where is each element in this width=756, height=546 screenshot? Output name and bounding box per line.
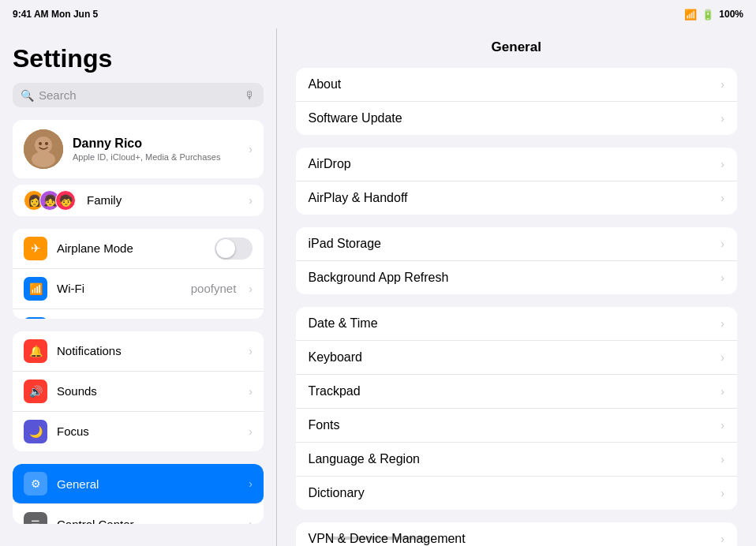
software-update-chevron: › [720, 112, 724, 125]
sidebar-item-notifications[interactable]: 🔔 Notifications › [13, 331, 264, 372]
notifications-label: Notifications [57, 344, 239, 357]
svg-point-4 [45, 142, 48, 145]
content-row-trackpad[interactable]: Trackpad › [296, 375, 738, 409]
svg-point-3 [39, 142, 42, 145]
background-app-refresh-chevron: › [720, 271, 724, 284]
airplane-mode-label: Airplane Mode [57, 241, 205, 255]
svg-point-1 [35, 136, 52, 154]
date-time-label: Date & Time [309, 316, 721, 331]
airplay-handoff-label: AirPlay & Handoff [309, 191, 721, 205]
storage-group: iPad Storage › Background App Refresh › [296, 227, 738, 294]
scroll-indicator [327, 537, 429, 540]
notifications-chevron: › [249, 345, 253, 357]
battery-icon: 🔋 [702, 9, 714, 21]
control-center-icon: ☰ [24, 512, 47, 524]
main-header: General [277, 28, 757, 62]
status-bar: 9:41 AM Mon Jun 5 📶 🔋 100% [0, 0, 756, 28]
alerts-group: 🔔 Notifications › 🔊 Sounds › 🌙 Focus › [13, 331, 264, 451]
sidebar-item-control-center[interactable]: ☰ Control Center › [13, 504, 264, 524]
family-avatar-3: 🧒 [55, 190, 76, 211]
profile-chevron: › [249, 143, 253, 155]
search-bar[interactable]: 🔍 Search 🎙 [13, 83, 264, 107]
general-icon: ⚙ [24, 472, 47, 496]
search-input[interactable]: Search [39, 88, 240, 102]
main-scroll[interactable]: About › Software Update › AirDrop › AirP… [277, 62, 757, 546]
fonts-label: Fonts [309, 418, 721, 432]
trackpad-chevron: › [720, 385, 724, 398]
family-avatars: 👩 👧 🧒 [24, 190, 71, 211]
content-row-about[interactable]: About › [296, 68, 738, 102]
family-row[interactable]: 👩 👧 🧒 Family › [13, 185, 264, 216]
fonts-chevron: › [720, 419, 724, 432]
sounds-label: Sounds [57, 384, 239, 398]
content-row-software-update[interactable]: Software Update › [296, 102, 738, 135]
content-row-keyboard[interactable]: Keyboard › [296, 341, 738, 375]
content-row-vpn[interactable]: VPN & Device Management › [296, 522, 738, 546]
content-row-fonts[interactable]: Fonts › [296, 409, 738, 443]
date-time-chevron: › [720, 317, 724, 330]
bluetooth-icon: B [24, 317, 47, 319]
profile-info: Danny Rico Apple ID, iCloud+, Media & Pu… [73, 136, 239, 162]
content-row-airplay-handoff[interactable]: AirPlay & Handoff › [296, 181, 738, 215]
sidebar-item-wifi[interactable]: 📶 Wi-Fi poofynet › [13, 269, 264, 309]
content-row-ipad-storage[interactable]: iPad Storage › [296, 227, 738, 261]
profile-card[interactable]: Danny Rico Apple ID, iCloud+, Media & Pu… [13, 120, 264, 178]
focus-icon: 🌙 [24, 420, 47, 443]
general-group: ⚙ General › ☰ Control Center › [13, 464, 264, 524]
software-update-label: Software Update [309, 111, 721, 125]
main-content: General About › Software Update › AirDro… [277, 28, 757, 546]
status-indicators: 📶 🔋 100% [684, 9, 743, 21]
avatar [24, 129, 63, 169]
sidebar-item-focus[interactable]: 🌙 Focus › [13, 412, 264, 451]
toggle-knob [216, 239, 235, 258]
airdrop-chevron: › [720, 158, 724, 170]
content-row-background-app-refresh[interactable]: Background App Refresh › [296, 261, 738, 294]
sidebar: Settings 🔍 Search 🎙 Danny Rico [0, 28, 276, 546]
general-chevron: › [249, 477, 253, 490]
sidebar-item-sounds[interactable]: 🔊 Sounds › [13, 372, 264, 412]
airdrop-label: AirDrop [309, 157, 721, 171]
trackpad-label: Trackpad [309, 384, 721, 398]
profile-subtitle: Apple ID, iCloud+, Media & Purchases [73, 152, 239, 162]
content-row-dictionary[interactable]: Dictionary › [296, 477, 738, 510]
control-center-chevron: › [249, 518, 253, 524]
locale-group: Date & Time › Keyboard › Trackpad › Font… [296, 307, 738, 510]
keyboard-chevron: › [720, 351, 724, 364]
status-time: 9:41 AM Mon Jun 5 [13, 9, 98, 20]
wifi-label: Wi-Fi [57, 282, 182, 295]
microphone-icon: 🎙 [245, 89, 256, 102]
content-row-airdrop[interactable]: AirDrop › [296, 148, 738, 181]
main-title: General [492, 39, 541, 54]
search-icon: 🔍 [21, 89, 34, 102]
wifi-settings-icon: 📶 [24, 277, 47, 301]
ipad-storage-label: iPad Storage [309, 237, 721, 251]
vpn-group: VPN & Device Management › [296, 522, 738, 546]
about-group: About › Software Update › [296, 68, 738, 135]
sidebar-item-general[interactable]: ⚙ General › [13, 464, 264, 504]
focus-label: Focus [57, 424, 239, 438]
wifi-icon: 📶 [684, 9, 697, 21]
wifi-chevron: › [249, 282, 253, 295]
airplane-mode-toggle[interactable] [215, 237, 253, 260]
airdrop-group: AirDrop › AirPlay & Handoff › [296, 148, 738, 215]
sidebar-item-airplane-mode[interactable]: ✈ Airplane Mode [13, 229, 264, 269]
wifi-value: poofynet [191, 282, 237, 295]
sounds-icon: 🔊 [24, 380, 47, 403]
content-row-language-region[interactable]: Language & Region › [296, 443, 738, 477]
notifications-icon: 🔔 [24, 339, 47, 363]
app-container: Settings 🔍 Search 🎙 Danny Rico [0, 28, 756, 546]
background-app-refresh-label: Background App Refresh [309, 271, 721, 285]
sidebar-item-bluetooth[interactable]: B Bluetooth On › [13, 309, 264, 319]
content-row-date-time[interactable]: Date & Time › [296, 307, 738, 341]
vpn-chevron: › [720, 533, 724, 545]
svg-point-2 [32, 151, 55, 167]
about-chevron: › [720, 78, 724, 91]
family-label: Family [87, 193, 241, 207]
airplane-mode-icon: ✈ [24, 237, 47, 260]
control-center-label: Control Center [57, 518, 239, 524]
language-region-label: Language & Region [309, 452, 721, 466]
dictionary-label: Dictionary [309, 486, 721, 500]
sounds-chevron: › [249, 385, 253, 398]
profile-name: Danny Rico [73, 136, 239, 151]
dictionary-chevron: › [720, 487, 724, 499]
